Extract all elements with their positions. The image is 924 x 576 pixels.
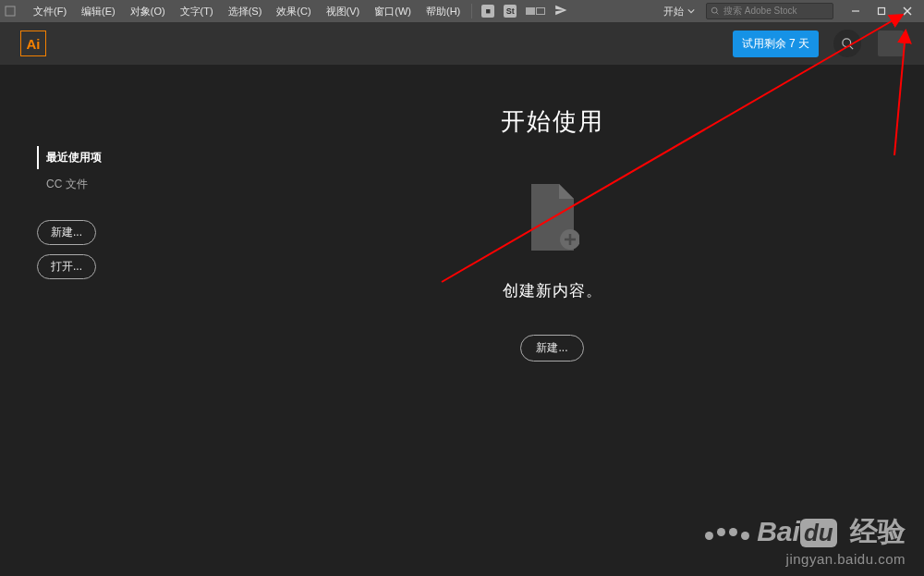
app-logo-text: Ai [27,36,41,52]
search-icon [711,6,720,16]
content-caption: 创建新内容。 [503,280,602,301]
window-controls [843,2,920,20]
chevron-down-icon [687,7,695,15]
workspace-dropdown[interactable]: 开始 [658,3,700,20]
sidebar-nav: 最近使用项 CC 文件 [37,146,180,196]
svg-line-8 [849,45,853,49]
menu-edit[interactable]: 编辑(E) [76,3,121,20]
menu-type[interactable]: 文字(T) [175,3,219,20]
content-area: 开始使用 创建新内容。 新建... [180,65,924,576]
app-icon [4,5,17,18]
new-document-icon [526,184,579,254]
watermark-url: jingyan.baidu.com [705,551,906,567]
svg-rect-0 [6,6,15,16]
paw-icon [705,528,749,536]
menu-help[interactable]: 帮助(H) [420,3,466,20]
svg-point-1 [711,7,717,13]
menu-file[interactable]: 文件(F) [28,3,72,20]
open-button[interactable]: 打开... [37,254,96,279]
menu-select[interactable]: 选择(S) [223,3,268,20]
sidebar: 最近使用项 CC 文件 新建... 打开... [0,65,180,576]
menu-icon-group: ■ St [481,4,567,19]
minimize-button[interactable] [843,2,869,20]
maximize-button[interactable] [869,2,894,20]
stock-icon[interactable]: St [504,5,517,18]
menu-view[interactable]: 视图(V) [321,3,366,20]
arrange-docs-icon[interactable] [526,7,545,15]
menu-right: 开始 搜索 Adobe Stock [658,2,920,20]
workspace-label: 开始 [663,5,684,18]
stock-search-input[interactable]: 搜索 Adobe Stock [706,3,833,19]
watermark: Baidu 经验 jingyan.baidu.com [705,513,906,567]
menu-effect[interactable]: 效果(C) [271,3,316,20]
svg-point-7 [842,38,850,46]
svg-rect-4 [879,8,885,15]
brand-suffix: 经验 [850,516,906,546]
svg-line-2 [716,12,718,14]
menu-bar: 文件(F) 编辑(E) 对象(O) 文字(T) 选择(S) 效果(C) 视图(V… [0,0,924,22]
stock-placeholder: 搜索 Adobe Stock [723,5,796,18]
bridge-icon[interactable]: ■ [481,5,494,18]
nav-recent[interactable]: 最近使用项 [37,146,180,169]
new-button[interactable]: 新建... [37,220,96,245]
center-new-button[interactable]: 新建... [520,335,583,362]
trial-badge[interactable]: 试用剩余 7 天 [733,31,819,57]
nav-cc-files[interactable]: CC 文件 [37,173,180,196]
avatar[interactable] [878,31,904,56]
brand-prefix: Bai [757,516,800,546]
app-logo: Ai [20,31,46,56]
menu-separator [471,4,472,18]
header-bar: Ai 试用剩余 7 天 [0,22,924,65]
search-icon [841,37,855,51]
share-icon[interactable] [554,4,567,19]
close-button[interactable] [894,2,920,20]
page-title: 开始使用 [501,105,604,138]
brand-box: du [800,519,837,547]
main-area: 最近使用项 CC 文件 新建... 打开... 开始使用 创建新内容。 新建..… [0,65,924,576]
menu-object[interactable]: 对象(O) [125,3,171,20]
menu-window[interactable]: 窗口(W) [369,3,417,20]
search-button[interactable] [833,30,861,57]
sidebar-buttons: 新建... 打开... [37,220,180,288]
menu-items: 文件(F) 编辑(E) 对象(O) 文字(T) 选择(S) 效果(C) 视图(V… [28,3,466,20]
